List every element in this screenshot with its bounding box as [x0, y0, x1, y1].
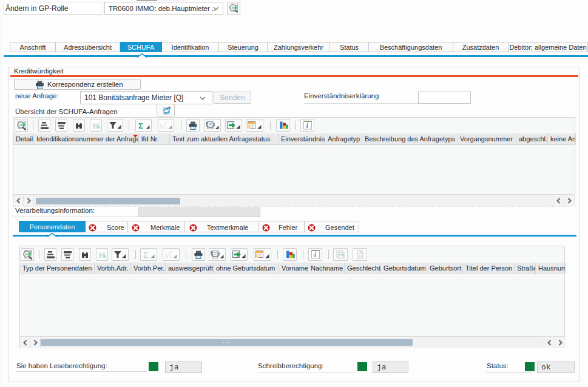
svg-text:Σ: Σ — [138, 121, 143, 130]
svg-text:x: x — [169, 254, 172, 259]
svg-text:x: x — [164, 125, 167, 130]
svg-text:Σ: Σ — [143, 251, 148, 259]
svg-text:Σ: Σ — [160, 123, 163, 129]
svg-text:Σ: Σ — [164, 252, 168, 258]
